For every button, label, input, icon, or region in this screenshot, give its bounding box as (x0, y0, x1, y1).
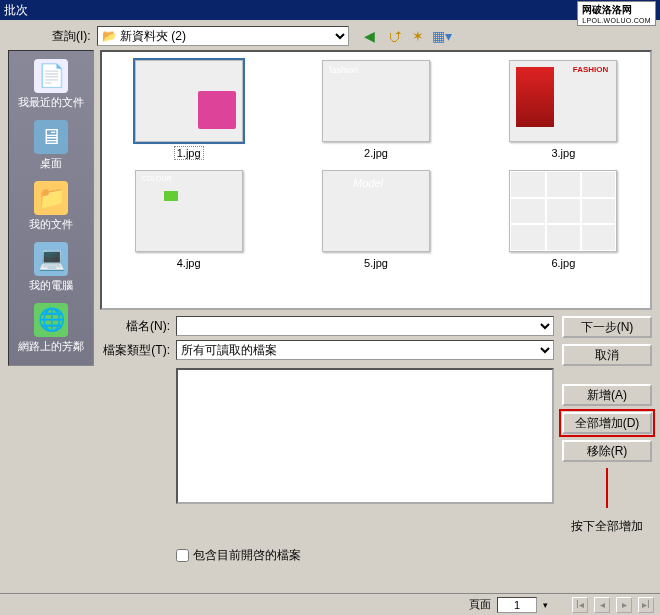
thumb-item[interactable]: 6.jpg (485, 170, 642, 270)
thumb-image (322, 170, 430, 252)
thumb-item[interactable]: 3.jpg (485, 60, 642, 160)
page-label: 頁面 (469, 597, 491, 612)
thumb-item[interactable]: 5.jpg (297, 170, 454, 270)
next-page-button[interactable]: ▸ (616, 597, 632, 613)
last-page-button[interactable]: ▸I (638, 597, 654, 613)
thumb-image (135, 60, 243, 142)
lookup-select[interactable]: 📂 新資料夾 (2) (97, 26, 349, 46)
sidebar-place-network[interactable]: 🌐 網路上的芳鄰 (18, 303, 84, 354)
sidebar-place-desktop[interactable]: 🖥 桌面 (34, 120, 68, 171)
thumb-caption: 4.jpg (174, 256, 204, 270)
filename-label: 檔名(N): (100, 318, 170, 335)
network-places-icon: 🌐 (34, 303, 68, 337)
prev-page-button[interactable]: ◂ (594, 597, 610, 613)
sidebar-place-label: 我的文件 (29, 217, 73, 232)
add-button[interactable]: 新增(A) (562, 384, 652, 406)
statusbar: 頁面 ▾ I◂ ◂ ▸ ▸I (0, 593, 660, 615)
new-folder-icon[interactable]: ✶ (409, 27, 427, 45)
thumb-image (322, 60, 430, 142)
my-documents-icon: 📁 (34, 181, 68, 215)
remove-button[interactable]: 移除(R) (562, 440, 652, 462)
up-folder-icon[interactable]: ⮍ (385, 27, 403, 45)
include-open-label: 包含目前開啓的檔案 (193, 547, 301, 564)
thumb-item[interactable]: 1.jpg (110, 60, 267, 160)
page-input[interactable] (497, 597, 537, 613)
thumb-caption: 3.jpg (548, 146, 578, 160)
my-computer-icon: 💻 (34, 242, 68, 276)
desktop-icon: 🖥 (34, 120, 68, 154)
selected-files-listbox[interactable] (176, 368, 554, 504)
sidebar-place-recent[interactable]: 📄 我最近的文件 (18, 59, 84, 110)
lookup-row: 查詢(I): 📂 新資料夾 (2) ◀ ⮍ ✶ ▦▾ (52, 26, 652, 46)
back-icon[interactable]: ◀ (361, 27, 379, 45)
include-open-row: 包含目前開啓的檔案 (176, 547, 652, 564)
titlebar: 批次 网破洛洛网 LPOL.WOLUO.COM (0, 0, 660, 20)
view-mode-icon[interactable]: ▦▾ (433, 27, 451, 45)
watermark-badge: 网破洛洛网 LPOL.WOLUO.COM (577, 1, 656, 26)
thumbnail-pane[interactable]: 1.jpg 2.jpg 3.jpg 4.jpg (100, 50, 652, 310)
cancel-button[interactable]: 取消 (562, 344, 652, 366)
window-title: 批次 (4, 2, 28, 19)
sidebar-place-label: 我最近的文件 (18, 95, 84, 110)
thumb-caption: 2.jpg (361, 146, 391, 160)
annotation-line (606, 468, 608, 508)
sidebar-place-mydocs[interactable]: 📁 我的文件 (29, 181, 73, 232)
annotation-text: 按下全部增加 (562, 518, 652, 535)
first-page-button[interactable]: I◂ (572, 597, 588, 613)
include-open-checkbox[interactable] (176, 549, 189, 562)
buttons-column: 下一步(N) 取消 新增(A) 全部增加(D) 移除(R) 按下全部增加 (562, 316, 652, 535)
filename-input[interactable] (176, 316, 554, 336)
add-all-button[interactable]: 全部增加(D) (562, 412, 652, 434)
sidebar-place-mycomputer[interactable]: 💻 我的電腦 (29, 242, 73, 293)
sidebar-place-label: 網路上的芳鄰 (18, 339, 84, 354)
sidebar-place-label: 我的電腦 (29, 278, 73, 293)
sidebar-place-label: 桌面 (40, 156, 62, 171)
thumb-item[interactable]: 2.jpg (297, 60, 454, 160)
thumb-caption: 1.jpg (174, 146, 204, 160)
thumb-image (509, 60, 617, 142)
recent-docs-icon: 📄 (34, 59, 68, 93)
nav-icons: ◀ ⮍ ✶ ▦▾ (361, 27, 451, 45)
filetype-label: 檔案類型(T): (100, 342, 170, 359)
dialog-body: 查詢(I): 📂 新資料夾 (2) ◀ ⮍ ✶ ▦▾ 📄 我最近的文件 🖥 桌面 (0, 20, 660, 593)
thumb-caption: 6.jpg (548, 256, 578, 270)
lookup-label: 查詢(I): (52, 28, 91, 45)
thumb-image (509, 170, 617, 252)
places-sidebar: 📄 我最近的文件 🖥 桌面 📁 我的文件 💻 我的電腦 🌐 網路上 (8, 50, 94, 366)
thumb-item[interactable]: 4.jpg (110, 170, 267, 270)
thumb-image (135, 170, 243, 252)
page-dropdown-icon[interactable]: ▾ (543, 600, 548, 610)
thumb-caption: 5.jpg (361, 256, 391, 270)
filetype-select[interactable]: 所有可讀取的檔案 (176, 340, 554, 360)
next-button[interactable]: 下一步(N) (562, 316, 652, 338)
